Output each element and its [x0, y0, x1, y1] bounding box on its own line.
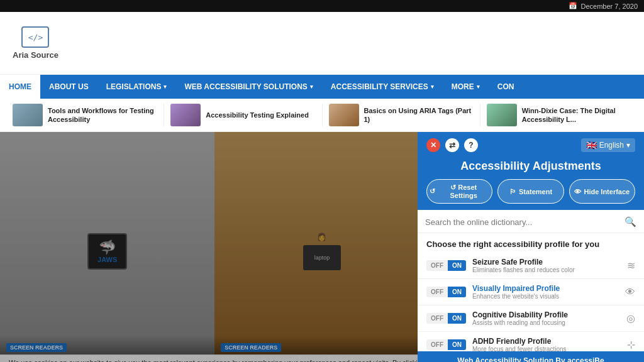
- panel-body: 🔍 Choose the right accessibility profile…: [418, 210, 644, 351]
- featured-thumb-1: [13, 104, 43, 126]
- profile-desc-cognitive: Assists with reading and focusing: [472, 319, 620, 326]
- nav-about[interactable]: ABOUT US: [40, 75, 97, 99]
- toggle-cognitive[interactable]: OFF ON: [426, 313, 466, 324]
- profile-name-seizure: Seizure Safe Profile: [472, 258, 621, 266]
- profile-name-visual: Visually Impaired Profile: [472, 284, 619, 293]
- statement-button[interactable]: 🏳 Statement: [497, 179, 564, 204]
- logo-area: </> Aria Source: [13, 26, 58, 60]
- toggle-adhd[interactable]: OFF ON: [426, 339, 466, 350]
- panel-close-button[interactable]: ✕: [426, 138, 440, 152]
- logo-box: </>: [21, 26, 49, 48]
- toggle-on-cognitive[interactable]: ON: [448, 313, 466, 324]
- profile-desc-visual: Enhances the website's visuals: [472, 293, 619, 300]
- panel-header: ✕ ⇄ ? 🇬🇧 English ▾: [418, 132, 644, 157]
- featured-title-2: Accessibility Testing Explained: [206, 111, 309, 119]
- cognitive-icon: ◎: [626, 312, 635, 324]
- profile-row-cognitive: OFF ON Cognitive Disability Profile Assi…: [418, 305, 644, 332]
- nav-legislations[interactable]: LEGISLATIONS ▾: [97, 75, 176, 99]
- nav-con[interactable]: CON: [489, 75, 523, 99]
- main-nav: HOME ABOUT US LEGISLATIONS ▾ WEB ACCESSI…: [0, 75, 644, 99]
- content-area: 🦈 JAWS SCREEN READERS JAWS Screen Reader…: [0, 132, 644, 362]
- featured-thumb-4: [487, 104, 517, 126]
- profile-desc-adhd: More focus and fewer distractions: [472, 346, 621, 351]
- profile-info-seizure: Seizure Safe Profile Eliminates flashes …: [472, 258, 621, 273]
- panel-footer: Web Accessibility Solution By accessiBe: [418, 351, 644, 362]
- featured-title-3: Basics on Using ARIA Tags (Part 1): [364, 106, 474, 124]
- profile-name-adhd: ADHD Friendly Profile: [472, 337, 621, 346]
- profile-name-cognitive: Cognitive Disability Profile: [472, 310, 620, 319]
- profile-info-visual: Visually Impaired Profile Enhances the w…: [472, 284, 619, 300]
- adhd-icon: ⊹: [627, 339, 635, 351]
- chevron-down-icon: ▾: [626, 141, 630, 150]
- profile-info-cognitive: Cognitive Disability Profile Assists wit…: [472, 310, 620, 326]
- profile-row-visual: OFF ON Visually Impaired Profile Enhance…: [418, 279, 644, 305]
- panel-controls: ✕ ⇄ ?: [426, 138, 478, 152]
- toggle-visual[interactable]: OFF ON: [426, 287, 466, 297]
- panel-language-selector[interactable]: 🇬🇧 English ▾: [581, 138, 635, 152]
- featured-title-4: Winn-Dixie Case: The Digital Accessibili…: [522, 106, 631, 124]
- toggle-off-adhd[interactable]: OFF: [426, 339, 448, 350]
- hide-interface-button[interactable]: 👁 Hide Interface: [569, 179, 635, 204]
- featured-title-1: Tools and Workflows for Testing Accessib…: [48, 106, 157, 124]
- hide-label: Hide Interface: [584, 188, 630, 195]
- profile-info-adhd: ADHD Friendly Profile More focus and few…: [472, 337, 621, 351]
- featured-item-4[interactable]: Winn-Dixie Case: The Digital Accessibili…: [480, 104, 638, 126]
- nav-more[interactable]: MORE ▾: [443, 75, 489, 99]
- flag-icon-btn: 🏳: [509, 188, 516, 195]
- top-bar: 📅 December 7, 2020: [0, 0, 644, 12]
- site-header: </> Aria Source: [0, 12, 644, 75]
- language-label: English: [599, 141, 624, 150]
- flag-icon: 🇬🇧: [586, 140, 597, 150]
- seizure-icon: ≋: [627, 260, 635, 272]
- featured-thumb-3: [329, 104, 359, 126]
- dictionary-search-input[interactable]: [425, 217, 619, 227]
- featured-item-3[interactable]: Basics on Using ARIA Tags (Part 1): [323, 104, 480, 126]
- profile-row-adhd: OFF ON ADHD Friendly Profile More focus …: [418, 332, 644, 351]
- panel-help-button[interactable]: ?: [464, 138, 478, 152]
- toggle-on-adhd[interactable]: ON: [448, 339, 466, 350]
- toggle-off-seizure[interactable]: OFF: [426, 260, 448, 271]
- toggle-off-cognitive[interactable]: OFF: [426, 313, 448, 324]
- featured-item-2[interactable]: Accessibility Testing Explained: [164, 104, 322, 126]
- profile-row-seizure: OFF ON Seizure Safe Profile Eliminates f…: [418, 253, 644, 279]
- logo-text: Aria Source: [13, 50, 58, 60]
- visual-icon: 👁: [625, 287, 635, 298]
- nav-web-solutions[interactable]: WEB ACCESSIBILITY SOLUTIONS ▾: [175, 75, 321, 99]
- featured-row: Tools and Workflows for Testing Accessib…: [0, 99, 644, 132]
- search-area: 🔍: [418, 210, 644, 233]
- logo-code: </>: [28, 33, 43, 42]
- toggle-seizure[interactable]: OFF ON: [426, 260, 466, 271]
- search-icon: 🔍: [625, 216, 636, 228]
- panel-title: Accessibility Adjustments: [418, 157, 644, 179]
- profile-desc-seizure: Eliminates flashes and reduces color: [472, 266, 621, 273]
- reset-settings-button[interactable]: ↺ ↺ Reset Settings: [426, 179, 492, 204]
- action-buttons: ↺ ↺ Reset Settings 🏳 Statement 👁 Hide In…: [418, 179, 644, 210]
- accessibility-panel: ✕ ⇄ ? 🇬🇧 English ▾ Accessibility Adjustm…: [418, 132, 644, 362]
- panel-nav-button[interactable]: ⇄: [445, 138, 459, 152]
- nav-home[interactable]: HOME: [0, 75, 40, 99]
- featured-thumb-2: [170, 104, 201, 126]
- eye-icon: 👁: [574, 188, 581, 195]
- profiles-section-title: Choose the right accessibility profile f…: [418, 233, 644, 253]
- toggle-on-seizure[interactable]: ON: [448, 260, 466, 271]
- nav-services[interactable]: ACCESSIBILITY SERVICES ▾: [322, 75, 443, 99]
- reset-label: ↺ Reset Settings: [438, 184, 489, 199]
- reset-icon: ↺: [430, 187, 435, 195]
- toggle-off-visual[interactable]: OFF: [426, 287, 448, 297]
- date-display: December 7, 2020: [581, 3, 638, 10]
- statement-label: Statement: [519, 188, 552, 195]
- calendar-icon: 📅: [569, 2, 577, 10]
- featured-item[interactable]: Tools and Workflows for Testing Accessib…: [6, 104, 164, 126]
- toggle-on-visual[interactable]: ON: [448, 287, 466, 297]
